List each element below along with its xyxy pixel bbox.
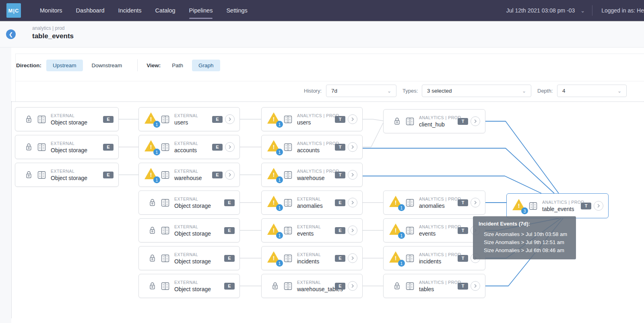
expand-node-button[interactable] (471, 198, 480, 207)
lineage-node-object-storage[interactable]: EXTERNAL Object storage E (138, 274, 240, 298)
expand-node-button[interactable] (225, 114, 235, 124)
view-path-button[interactable]: Path (165, 60, 190, 71)
lineage-node-warehouse[interactable]: ! 1 ANALYTICS | PROD_... warehouse T (261, 163, 363, 187)
lineage-node-object-storage[interactable]: EXTERNAL Object storage E (138, 246, 240, 270)
lineage-node-object-storage[interactable]: EXTERNAL Object storage E (138, 190, 240, 215)
view-graph-button[interactable]: Graph (192, 60, 220, 71)
warning-icon: ! 1 (267, 195, 283, 210)
chevron-right-icon (351, 117, 355, 121)
expand-node-button[interactable] (348, 281, 357, 291)
node-schema: EXTERNAL (174, 280, 211, 285)
nav-item-settings[interactable]: Settings (219, 0, 254, 21)
expand-node-button[interactable] (348, 198, 357, 207)
type-badge: E (212, 172, 223, 178)
expand-node-button[interactable] (225, 170, 235, 180)
expand-node-button[interactable] (471, 281, 480, 291)
node-schema: ANALYTICS | PROD_... (419, 197, 458, 201)
lineage-node-users[interactable]: ! 1 EXTERNAL users E (138, 107, 240, 131)
back-button[interactable]: ❮ (6, 29, 16, 39)
direction-upstream-button[interactable]: Upstream (46, 60, 83, 71)
expand-node-button[interactable] (348, 170, 357, 180)
node-name: anomalies (297, 203, 323, 209)
node-schema: EXTERNAL (174, 252, 211, 257)
breadcrumb: analytics | prod (32, 25, 65, 31)
datetime-selector[interactable]: Jul 12th 2021 03:08 pm -03 (506, 7, 575, 14)
types-label: Types: (402, 88, 418, 94)
lineage-node-tables[interactable]: ANALYTICS | PROD_... tables T (383, 274, 485, 298)
logged-in-user[interactable]: Logged in as: He (601, 7, 644, 14)
chevron-down-icon: ⌄ (522, 88, 526, 94)
node-name: Object storage (51, 119, 87, 126)
node-name: users (297, 119, 335, 126)
depth-label: Depth: (537, 88, 553, 94)
lineage-node-events[interactable]: ! 1 ANALYTICS | PROD_... events T (383, 218, 485, 242)
node-name: Object storage (51, 147, 87, 153)
chevron-right-icon (351, 173, 355, 177)
expand-node-button[interactable] (348, 114, 357, 124)
lineage-node-anomalies[interactable]: ! 1 EXTERNAL anomalies E (261, 190, 363, 215)
page-title: table_events (32, 32, 74, 40)
type-badge: T (581, 203, 591, 209)
chevron-right-icon (351, 145, 355, 149)
expand-node-button[interactable] (225, 142, 235, 152)
lineage-node-accounts[interactable]: ! 1 EXTERNAL accounts E (138, 135, 240, 159)
warning-icon: ! 1 (389, 223, 405, 238)
nav-item-incidents[interactable]: Incidents (111, 0, 149, 21)
nav-item-dashboard[interactable]: Dashboard (69, 0, 111, 21)
lineage-node-object-storage[interactable]: EXTERNAL Object storage E (138, 218, 240, 242)
node-schema: ANALYTICS | PROD_... (419, 280, 458, 285)
tooltip-event-line: Size Anomalies > Jul 9th 12:51 am (479, 238, 570, 246)
nav-item-pipelines[interactable]: Pipelines (182, 0, 220, 21)
lock-icon (25, 171, 32, 179)
lineage-node-client-hub[interactable]: ANALYTICS | PROD client_hub T (383, 109, 485, 133)
lineage-node-object-storage[interactable]: EXTERNAL Object storage E (15, 107, 119, 131)
table-icon (284, 199, 292, 207)
node-name: warehouse (297, 175, 335, 181)
warning-icon: ! 1 (267, 223, 283, 238)
incident-count-badge: 1 (276, 176, 283, 183)
types-dropdown[interactable]: 3 selected ⌄ (422, 85, 531, 97)
node-schema: EXTERNAL (174, 141, 198, 146)
lineage-node-object-storage[interactable]: EXTERNAL Object storage E (15, 163, 119, 187)
warning-icon: ! 1 (267, 251, 283, 266)
lineage-node-anomalies[interactable]: ! 1 ANALYTICS | PROD_... anomalies T (383, 190, 485, 215)
depth-dropdown[interactable]: 4 ⌄ (557, 85, 627, 97)
chevron-down-icon: ⌄ (617, 88, 621, 94)
expand-node-button[interactable] (348, 253, 357, 263)
lineage-node-object-storage[interactable]: EXTERNAL Object storage E (15, 135, 119, 159)
table-icon (161, 115, 169, 124)
lineage-node-incidents[interactable]: ! 1 ANALYTICS | PROD_... incidents T (383, 246, 485, 270)
node-name: incidents (297, 258, 321, 265)
lineage-node-warehouse-tables[interactable]: EXTERNAL warehouse_tables E (261, 274, 363, 298)
table-icon (284, 115, 292, 124)
direction-downstream-button[interactable]: Downstream (85, 60, 129, 71)
node-schema: ANALYTICS | PROD_... (297, 113, 335, 118)
history-label: History: (304, 88, 322, 94)
incident-count-badge: 1 (153, 149, 160, 155)
history-dropdown[interactable]: 7d ⌄ (326, 85, 396, 97)
expand-node-button[interactable] (348, 226, 357, 235)
app-logo[interactable]: M|C (6, 3, 21, 18)
lineage-node-users[interactable]: ! 1 ANALYTICS | PROD_... users T (261, 107, 363, 131)
node-name: accounts (297, 147, 335, 153)
lock-icon (149, 282, 156, 290)
nav-item-catalog[interactable]: Catalog (149, 0, 182, 21)
expand-node-button[interactable] (471, 116, 480, 126)
top-nav-bar: M|C Monitors Dashboard Incidents Catalog… (0, 0, 644, 21)
node-schema: EXTERNAL (51, 113, 87, 118)
incident-count-badge: 1 (276, 232, 283, 239)
expand-node-button[interactable] (594, 201, 603, 211)
lineage-node-events[interactable]: ! 1 EXTERNAL events E (261, 218, 363, 242)
nav-menu: Monitors Dashboard Incidents Catalog Pip… (33, 0, 254, 21)
lineage-node-accounts[interactable]: ! 1 ANALYTICS | PROD_... accounts T (261, 135, 363, 159)
lineage-node-warehouse[interactable]: ! 1 EXTERNAL warehouse E (138, 163, 240, 187)
chevron-down-icon[interactable]: ⌄ (580, 8, 585, 14)
page-header: ❮ analytics | prod table_events (0, 21, 644, 48)
node-schema: EXTERNAL (174, 197, 211, 201)
chevron-right-icon (228, 173, 232, 177)
incident-events-tooltip: Incident Events (7d): Size Anomalies > J… (473, 216, 576, 259)
lineage-node-table-events[interactable]: ! 3 ANALYTICS | PROD table_events T (506, 193, 609, 218)
expand-node-button[interactable] (348, 142, 357, 152)
nav-item-monitors[interactable]: Monitors (33, 0, 69, 21)
lineage-node-incidents[interactable]: ! 1 EXTERNAL incidents E (261, 246, 363, 270)
